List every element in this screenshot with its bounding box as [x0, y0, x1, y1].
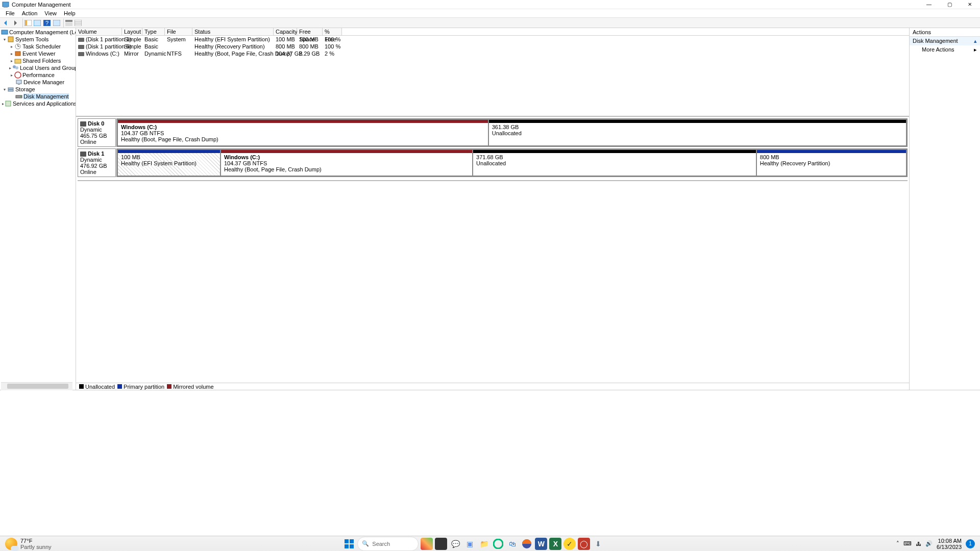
partition[interactable]: 800 MBHealthy (Recovery Partition)	[756, 149, 906, 176]
chevron-right-icon[interactable]: ▸	[2, 102, 4, 106]
chevron-down-icon[interactable]: ▾	[2, 37, 7, 42]
taskbar[interactable]: 77°F Partly sunny 🔍 Search 💬 ▣ 📁 🛍 W X ✓…	[0, 536, 980, 551]
tree-event-viewer[interactable]: ▸ Event Viewer	[0, 50, 76, 57]
taskbar-app-3[interactable]: 💬	[449, 538, 461, 550]
nav-back-icon[interactable]	[2, 18, 11, 28]
minimize-button[interactable]: —	[919, 0, 939, 9]
menu-file[interactable]: File	[3, 10, 18, 17]
menu-action[interactable]: Action	[19, 10, 41, 17]
firefox-icon[interactable]	[521, 538, 533, 550]
tray-volume-icon[interactable]: 🔊	[925, 540, 933, 547]
taskbar-search[interactable]: 🔍 Search	[357, 537, 419, 551]
tree-shared-folders[interactable]: ▸ Shared Folders	[0, 57, 76, 64]
table-row[interactable]: (Disk 1 partition 6)SimpleBasicHealthy (…	[76, 43, 909, 50]
tree-services-apps[interactable]: ▸ Services and Applications	[0, 100, 76, 107]
tree-device-manager[interactable]: Device Manager	[0, 79, 76, 86]
menu-help[interactable]: Help	[61, 10, 79, 17]
disk-label[interactable]: Disk 1Dynamic476.92 GBOnline	[78, 148, 116, 177]
excel-icon[interactable]: X	[549, 538, 561, 550]
taskbar-clock[interactable]: 10:08 AM 6/13/2023	[937, 538, 962, 550]
start-button[interactable]	[343, 538, 355, 550]
partition[interactable]: 371.68 GBUnallocated	[473, 149, 756, 176]
properties-icon[interactable]	[33, 18, 42, 28]
store-icon[interactable]: 🛍	[506, 538, 519, 550]
taskbar-app-1[interactable]	[421, 538, 433, 550]
weather-widget[interactable]: 77°F Partly sunny	[0, 538, 52, 550]
table-row[interactable]: (Disk 1 partition 1)SimpleBasicHealthy (…	[76, 36, 909, 43]
tree-system-tools[interactable]: ▾ System Tools	[0, 36, 76, 43]
show-hide-tree-icon[interactable]	[22, 18, 32, 28]
chevron-right-icon[interactable]: ▸	[9, 44, 14, 49]
navigation-tree[interactable]: Computer Management (Local ▾ System Tool…	[0, 28, 76, 390]
taskbar-app-red[interactable]: ◯	[578, 538, 590, 550]
maximize-button[interactable]: ▢	[939, 0, 960, 9]
tray-network-icon[interactable]: 🖧	[916, 541, 921, 547]
table-cell: Simple	[122, 43, 142, 49]
svg-rect-25	[8, 88, 13, 89]
tree-storage[interactable]: ▾ Storage	[0, 86, 76, 93]
svg-rect-31	[350, 539, 354, 543]
col-filesystem[interactable]: File System	[165, 28, 192, 35]
svg-rect-29	[6, 101, 11, 106]
svg-rect-24	[18, 84, 20, 85]
table-cell: Basic	[142, 36, 165, 42]
tree-root-label: Computer Management (Local	[9, 29, 76, 35]
partition[interactable]: Windows (C:)104.37 GB NTFSHealthy (Boot,…	[117, 119, 488, 146]
close-button[interactable]: ✕	[960, 0, 980, 9]
main-content: Volume Layout Type File System Status Ca…	[76, 28, 910, 390]
svg-rect-0	[3, 2, 9, 7]
col-type[interactable]: Type	[142, 28, 165, 35]
partition[interactable]: Windows (C:)104.37 GB NTFSHealthy (Boot,…	[220, 149, 473, 176]
taskbar-app-grey[interactable]: ⬇	[592, 538, 604, 550]
tree-performance[interactable]: ▸ Performance	[0, 71, 76, 79]
disk-layout: Disk 0Dynamic465.75 GBOnlineWindows (C:)…	[76, 116, 909, 179]
view-bottom-icon[interactable]	[74, 18, 83, 28]
taskbar-app-2[interactable]	[435, 538, 447, 550]
tree-task-scheduler[interactable]: ▸ Task Scheduler	[0, 43, 76, 50]
chevron-right-icon[interactable]: ▸	[9, 73, 14, 78]
tree-item-label: Services and Applications	[13, 101, 76, 107]
edge-icon[interactable]	[492, 538, 504, 550]
tree-scrollbar[interactable]	[1, 382, 72, 390]
help-icon[interactable]: ?	[42, 18, 52, 28]
disk-label[interactable]: Disk 0Dynamic465.75 GBOnline	[78, 118, 116, 147]
tree-disk-management[interactable]: Disk Management	[0, 93, 76, 100]
weather-temp: 77°F	[20, 538, 52, 544]
tray-keyboard-icon[interactable]: ⌨	[903, 540, 912, 547]
chevron-right-icon[interactable]: ▸	[9, 52, 14, 56]
disk: Disk 1Dynamic476.92 GBOnline100 MBHealth…	[78, 148, 908, 177]
nav-forward-icon[interactable]	[11, 18, 20, 28]
volume-table[interactable]: (Disk 1 partition 1)SimpleBasicHealthy (…	[76, 36, 909, 57]
partition[interactable]: 100 MBHealthy (EFI System Partition)	[117, 149, 220, 176]
chevron-down-icon[interactable]: ▾	[2, 87, 7, 92]
file-explorer-icon[interactable]: 📁	[478, 538, 490, 550]
tree-item-label: Event Viewer	[22, 51, 56, 57]
tree-root[interactable]: Computer Management (Local	[0, 29, 76, 36]
col-layout[interactable]: Layout	[122, 28, 142, 35]
tree-local-users[interactable]: ▸ Local Users and Groups	[0, 64, 76, 71]
table-cell: Simple	[122, 36, 142, 42]
actions-section[interactable]: Disk Management ▴	[910, 37, 980, 45]
col-pctfree[interactable]: % Free	[323, 28, 342, 35]
collapse-icon[interactable]: ▴	[974, 38, 977, 44]
col-capacity[interactable]: Capacity	[274, 28, 297, 35]
title-bar: Computer Management — ▢ ✕	[0, 0, 980, 9]
partition[interactable]: 361.38 GBUnallocated	[488, 119, 906, 146]
refresh-icon[interactable]	[52, 18, 61, 28]
col-volume[interactable]: Volume	[76, 28, 122, 35]
menu-view[interactable]: View	[41, 10, 60, 17]
notification-badge[interactable]: 1	[966, 539, 975, 548]
chevron-right-icon[interactable]: ▸	[9, 59, 14, 63]
taskbar-app-yellow[interactable]: ✓	[564, 538, 576, 550]
tray-chevron-icon[interactable]: ˄	[896, 540, 899, 547]
volume-table-header[interactable]: Volume Layout Type File System Status Ca…	[76, 28, 909, 36]
col-status[interactable]: Status	[192, 28, 274, 35]
table-row[interactable]: Windows (C:)MirrorDynamicNTFSHealthy (Bo…	[76, 50, 909, 57]
word-icon[interactable]: W	[535, 538, 547, 550]
table-cell: Dynamic	[142, 51, 165, 57]
taskbar-app-4[interactable]: ▣	[463, 538, 476, 550]
view-top-icon[interactable]	[63, 18, 73, 28]
col-freespace[interactable]: Free Space	[297, 28, 323, 35]
chevron-right-icon[interactable]: ▸	[9, 66, 11, 70]
more-actions[interactable]: More Actions ▸	[910, 45, 980, 54]
